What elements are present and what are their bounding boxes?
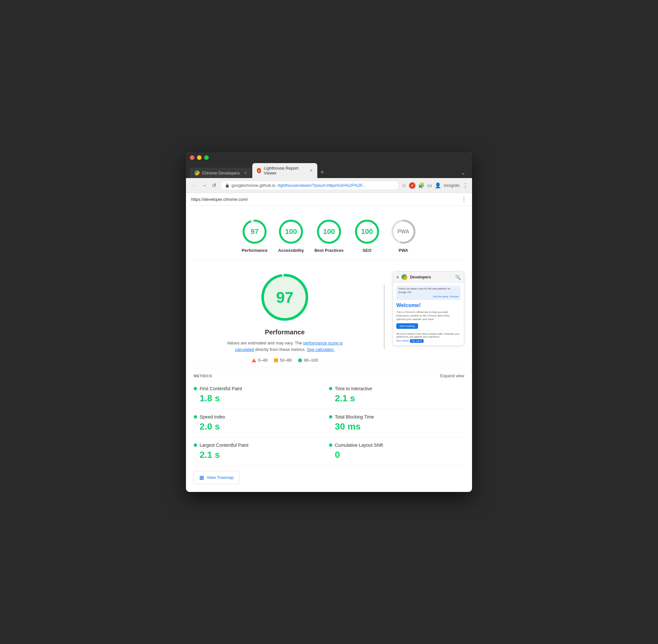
score-value-best-practices: 100 [323, 227, 335, 236]
metric-lcp-value: 2.1 s [194, 450, 329, 460]
score-item-accessibility[interactable]: 100 Accessibility [278, 219, 304, 253]
avatar-icon[interactable]: 👤 [435, 182, 441, 188]
address-bar[interactable]: googlechrome.github.io /lighthouse/viewe… [220, 181, 399, 190]
screenshot-cookie-buttons: More details Ok, Got It [396, 339, 461, 343]
minimize-window-button[interactable] [197, 155, 201, 160]
metric-item-tti: Time to Interactive 2.1 s [329, 381, 464, 409]
metric-cls-name: Cumulative Layout Shift [335, 442, 383, 448]
metric-si-dot [194, 415, 197, 418]
chrome-tab-icon [194, 170, 200, 176]
tablet-icon[interactable]: ▭ [427, 182, 432, 188]
metrics-title: METRICS [194, 374, 212, 378]
performance-section: 97 Performance Values are estimated and … [194, 261, 464, 368]
metric-fcp-name-row: First Contentful Paint [194, 386, 329, 391]
metric-cls-value: 0 [329, 450, 464, 460]
score-item-performance[interactable]: 97 Performance [242, 219, 267, 253]
score-label-pwa: PWA [399, 248, 408, 253]
score-label-accessibility: Accessibility [278, 248, 304, 253]
perf-calculator-link[interactable]: See calculator. [307, 347, 334, 352]
screenshot-banner: Check out what's new for the web platfor… [396, 285, 461, 300]
back-button[interactable]: ← [190, 181, 198, 190]
screenshot-search-icon: 🔍 [455, 275, 461, 280]
tab-lighthouse-viewer[interactable]: ⚡ Lighthouse Report Viewer ✕ [252, 163, 317, 178]
metric-cls-name-row: Cumulative Layout Shift [329, 442, 464, 448]
score-circle-seo: 100 [354, 219, 380, 245]
title-bar: Chrome Developers ✕ ⚡ Lighthouse Report … [186, 152, 472, 178]
big-score-circle: 97 [259, 271, 311, 323]
lighthouse-toolbar-icon[interactable]: ⚡ [409, 182, 415, 189]
metric-fcp-value: 1.8 s [194, 393, 329, 404]
metrics-header: METRICS Expand view [194, 368, 464, 381]
metric-item-lcp: Largest Contentful Paint 2.1 s [194, 437, 329, 466]
metric-tbt-name-row: Total Blocking Time [329, 414, 464, 419]
lighthouse-tab-icon: ⚡ [257, 168, 261, 173]
metric-item-cls: Cumulative Layout Shift 0 [329, 437, 464, 466]
tab-close-icon[interactable]: ✕ [244, 170, 247, 175]
screenshot-cookie-text: We serve cookies on this site to analyze… [396, 332, 461, 338]
legend-dot-icon [298, 359, 302, 362]
expand-view-button[interactable]: Expand view [440, 373, 464, 378]
metric-tbt-value: 30 ms [329, 421, 464, 432]
legend-avg-range: 50–89 [280, 358, 292, 363]
screenshot-site-title: Developers [410, 275, 431, 279]
treemap-icon: ▦ [199, 475, 204, 481]
metric-lcp-name: Largest Contentful Paint [200, 442, 248, 448]
perf-title: Performance [265, 328, 305, 336]
screenshot-banner-text: Check out what's new for the web platfor… [398, 287, 459, 294]
perf-desc-text: Values are estimated and may vary. The [227, 341, 302, 345]
legend-bad-range: 0–49 [258, 358, 267, 363]
incognito-label: Incognito [444, 183, 460, 188]
notification-options-icon[interactable]: ⋮ [461, 196, 467, 203]
view-treemap-button[interactable]: ▦ View Treemap [194, 471, 239, 484]
tab-label: Lighthouse Report Viewer [264, 166, 305, 176]
score-circle-best-practices: 100 [316, 219, 342, 245]
screenshot-more-details-btn[interactable]: More details [396, 339, 409, 343]
reload-button[interactable]: ↺ [211, 181, 218, 190]
metric-tti-name: Time to Interactive [335, 386, 372, 391]
perf-left: 97 Performance Values are estimated and … [194, 271, 376, 363]
screenshot-description: This is Chrome's official site to help y… [396, 310, 461, 321]
screenshot-dismiss-btn[interactable]: Dismiss [449, 295, 459, 298]
address-bar-row: ← → ↺ googlechrome.github.io /lighthouse… [186, 178, 472, 193]
score-circle-accessibility: 100 [278, 219, 304, 245]
screenshot-preview: ≡ Developers 🔍 Check out what's new for … [393, 271, 464, 346]
close-window-button[interactable] [190, 155, 194, 160]
browser-window: Chrome Developers ✕ ⚡ Lighthouse Report … [186, 152, 472, 492]
score-value-seo: 100 [361, 227, 373, 236]
score-label-seo: SEO [363, 248, 371, 253]
forward-button[interactable]: → [200, 181, 208, 190]
screenshot-join-btn[interactable]: Join the party [433, 295, 448, 298]
maximize-window-button[interactable] [204, 155, 209, 160]
tab-overflow-button[interactable]: ⌄ [458, 168, 468, 178]
notification-bar: https://developer.chrome.com/ ⋮ [186, 193, 472, 206]
big-score-number: 97 [276, 289, 293, 306]
metric-si-value: 2.0 s [194, 421, 329, 432]
score-item-pwa[interactable]: PWA PWA [391, 219, 416, 253]
metric-lcp-dot [194, 443, 197, 447]
new-tab-button[interactable]: + [318, 167, 327, 178]
metric-item-tbt: Total Blocking Time 30 ms [329, 409, 464, 437]
score-item-seo[interactable]: 100 SEO [354, 219, 380, 253]
legend-square-icon [274, 359, 278, 362]
metric-fcp-name: First Contentful Paint [200, 386, 242, 391]
legend-item-bad: 0–49 [251, 358, 267, 363]
tab-chrome-developers[interactable]: Chrome Developers ✕ [190, 168, 251, 178]
perf-desc-mid: directly from these metrics. [255, 347, 306, 352]
tab-close-icon[interactable]: ✕ [309, 168, 313, 173]
screenshot-logo-icon [401, 274, 407, 280]
puzzle-icon[interactable]: 🧩 [418, 182, 424, 188]
more-options-icon[interactable]: ⋮ [462, 182, 468, 189]
screenshot-ok-btn[interactable]: Ok, Got It [410, 339, 423, 343]
scroll-divider [383, 285, 385, 350]
metric-cls-dot [329, 443, 332, 447]
score-label-performance: Performance [242, 248, 267, 253]
legend-row: 0–49 50–89 90–100 [251, 358, 318, 363]
metrics-grid: First Contentful Paint 1.8 s Time to Int… [194, 381, 464, 466]
tabs-row: Chrome Developers ✕ ⚡ Lighthouse Report … [190, 163, 468, 178]
screenshot-start-btn[interactable]: Start building [396, 323, 418, 329]
screenshot-welcome-title: Welcome! [396, 302, 461, 309]
metric-si-name: Speed Index [200, 414, 225, 419]
perf-right: ≡ Developers 🔍 Check out what's new for … [393, 271, 464, 363]
score-item-best-practices[interactable]: 100 Best Practices [314, 219, 344, 253]
star-icon[interactable]: ☆ [402, 182, 407, 188]
